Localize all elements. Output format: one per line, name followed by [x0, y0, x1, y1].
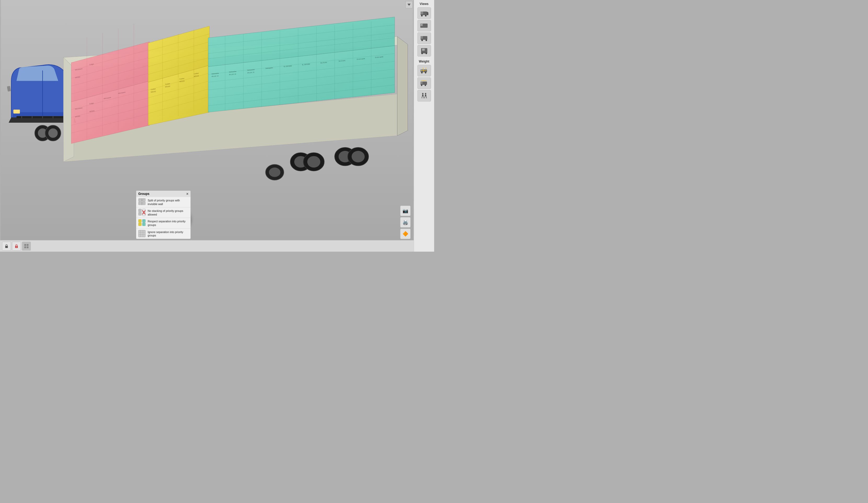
svg-point-11	[425, 40, 427, 41]
svg-rect-180	[143, 220, 145, 222]
svg-point-2	[421, 15, 423, 17]
main-scene: Microwave WR302 Fridge WR302 Microwave M…	[0, 0, 414, 240]
ignore-separation-icon	[138, 230, 146, 237]
view-top-button[interactable]	[417, 20, 431, 31]
svg-point-55	[48, 129, 58, 138]
right-sidebar: Views Weight	[414, 0, 434, 252]
svg-point-19	[425, 72, 426, 73]
svg-point-14	[421, 53, 423, 54]
svg-marker-39	[407, 4, 411, 6]
bottom-toolbar	[0, 240, 414, 252]
svg-rect-153	[138, 202, 142, 205]
groups-title: Groups	[138, 192, 149, 196]
svg-rect-42	[13, 110, 20, 113]
weight-label: Weight	[419, 60, 430, 63]
svg-rect-9	[421, 36, 423, 39]
svg-point-15	[425, 53, 427, 54]
bottom-right-icons: 📷 🖨️ 🔶	[400, 205, 411, 239]
svg-rect-194	[24, 244, 26, 246]
svg-rect-1	[421, 11, 423, 14]
app-icon-button[interactable]: 🔶	[400, 229, 411, 239]
svg-marker-30	[425, 80, 426, 81]
svg-rect-186	[138, 230, 145, 237]
groups-panel: Groups ×	[136, 190, 191, 239]
group-item-respect[interactable]: Respect separation into priority groups	[136, 218, 190, 228]
svg-point-149	[352, 151, 365, 162]
group-item-ignore[interactable]: Ignore separation into priority groups	[136, 229, 190, 239]
svg-rect-25	[420, 82, 422, 84]
svg-rect-197	[27, 247, 29, 248]
svg-rect-191	[5, 246, 8, 248]
svg-rect-152	[138, 199, 142, 201]
groups-toggle-button[interactable]	[22, 242, 31, 251]
group-text-split: Split of priority groups with invisible …	[148, 198, 188, 206]
split-invisible-wall-icon	[138, 198, 146, 205]
respect-separation-icon	[138, 219, 146, 227]
group-item-no-stacking[interactable]: No stacking of priority groups allowed	[136, 208, 190, 218]
svg-point-31	[422, 93, 423, 94]
svg-point-3	[425, 15, 426, 17]
groups-panel-header: Groups ×	[136, 191, 190, 197]
svg-point-10	[421, 40, 423, 41]
svg-point-18	[421, 72, 422, 73]
svg-rect-175	[138, 223, 142, 226]
svg-rect-7	[421, 24, 422, 26]
svg-line-37	[424, 97, 425, 98]
svg-rect-156	[143, 202, 145, 205]
svg-rect-196	[24, 247, 26, 248]
svg-point-35	[425, 93, 426, 94]
views-label: Views	[420, 2, 428, 6]
svg-line-34	[423, 97, 424, 98]
svg-point-151	[269, 168, 280, 177]
svg-rect-195	[27, 244, 29, 246]
weight-distribution-button[interactable]	[417, 65, 431, 77]
group-text-ignore: Ignore separation into priority groups	[148, 230, 188, 238]
group-item-split[interactable]: Split of priority groups with invisible …	[136, 197, 190, 208]
svg-rect-155	[143, 199, 145, 201]
svg-marker-23	[425, 68, 426, 69]
no-stacking-icon	[138, 209, 146, 216]
groups-close-button[interactable]: ×	[186, 192, 188, 196]
svg-rect-165	[138, 209, 142, 212]
lock-kg-button[interactable]	[2, 242, 11, 251]
svg-rect-36	[425, 95, 426, 97]
svg-rect-13	[422, 49, 425, 51]
expand-button[interactable]	[405, 1, 413, 8]
svg-point-145	[307, 156, 320, 168]
group-text-no-stacking: No stacking of priority groups allowed	[148, 209, 188, 216]
svg-rect-166	[138, 212, 142, 215]
svg-point-27	[424, 84, 426, 86]
edit-weight-button[interactable]	[12, 242, 21, 251]
svg-rect-32	[422, 95, 423, 97]
camera-icon-button[interactable]: 📷	[400, 205, 411, 216]
weight-side-button[interactable]	[417, 78, 431, 89]
view-front-button[interactable]	[417, 45, 431, 57]
weight-people-button[interactable]	[417, 90, 431, 101]
svg-point-26	[421, 84, 422, 86]
svg-marker-29	[421, 80, 422, 81]
svg-rect-174	[138, 220, 142, 222]
group-text-respect: Respect separation into priority groups	[148, 219, 188, 227]
view-side-button[interactable]	[417, 32, 431, 44]
svg-marker-4	[427, 11, 428, 15]
svg-rect-181	[143, 223, 145, 226]
svg-marker-22	[422, 68, 423, 69]
view-3d-button[interactable]	[417, 7, 431, 19]
print-icon-button[interactable]: 🖨️	[400, 217, 411, 228]
